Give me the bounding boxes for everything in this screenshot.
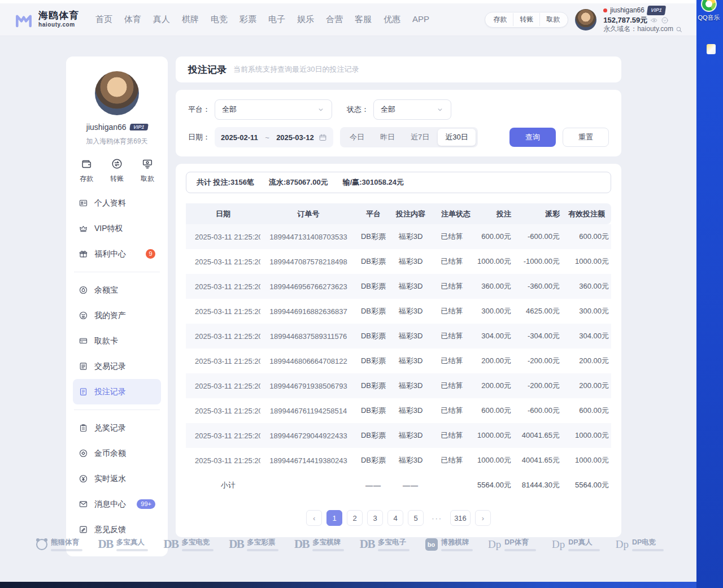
sidebar-menu-item[interactable] [74, 272, 160, 272]
cell-date: 2025-03-11 21:25:20 [186, 349, 260, 373]
sidebar-menu-item[interactable]: 消息中心 99+ [73, 491, 161, 517]
page-button[interactable]: 4 [387, 510, 403, 526]
table-row: 2025-03-11 21:25:20 1899446791938506793 … [186, 373, 611, 398]
cell-order-number: 1899446791938506793 [260, 373, 356, 398]
page-button[interactable]: 1 [326, 510, 342, 526]
bottom-edge-bar [0, 582, 696, 588]
site-logo[interactable]: 海鸥体育 haiouty.com [14, 10, 79, 29]
date-range-tab[interactable]: 昨日 [373, 129, 402, 146]
wallet-action-button[interactable]: 取款 [539, 13, 566, 26]
date-range-picker[interactable]: 2025-02-11 ~ 2025-03-12 [215, 127, 333, 147]
desktop-background-strip [696, 0, 723, 588]
page-button[interactable]: 316 [450, 510, 471, 526]
search-icon[interactable] [675, 25, 683, 33]
notification-dot [603, 8, 607, 12]
cell-order-number: 1899446761194258514 [260, 398, 356, 423]
partner-logo-glyph: Dp [552, 538, 565, 551]
nav-item[interactable]: 体育 [123, 11, 143, 28]
cell-order-number: 1899446714419380243 [260, 448, 356, 473]
sidebar-menu-item[interactable]: 福利中心 9 [73, 241, 161, 267]
cell-platform: DB彩票 [356, 448, 390, 473]
vip-badge: VIP1 [647, 6, 666, 15]
status-select[interactable]: 全部 [373, 99, 451, 120]
rebate-icon [79, 474, 88, 484]
cell-date: 2025-03-11 21:25:20 [186, 398, 260, 423]
quick-action[interactable]: 转账 [110, 158, 124, 184]
reset-button[interactable]: 重置 [563, 128, 609, 147]
desktop-icon-partial[interactable] [707, 44, 716, 54]
cell-status: 已结算 [431, 299, 473, 324]
page-button[interactable]: 2 [347, 510, 363, 526]
nav-item[interactable]: 客服 [353, 11, 373, 28]
partner-logo: bo 博雅棋牌 [425, 538, 473, 551]
sidebar-menu-item[interactable]: 个人资料 [73, 190, 161, 216]
platform-label: 平台： [188, 104, 210, 115]
sidebar-menu-item[interactable]: 取款卡 [73, 328, 161, 354]
page-button[interactable]: 3 [367, 510, 383, 526]
sidebar-menu-item[interactable]: 交易记录 [73, 354, 161, 379]
partner-logo-name: 多宝电竞 [182, 538, 214, 547]
wallet-action-button[interactable]: 存款 [487, 13, 513, 26]
cell-platform: DB彩票 [356, 398, 390, 423]
page-button[interactable]: › [475, 510, 491, 526]
partner-logo-subtext [441, 549, 473, 551]
partner-logo: DB 多宝彩票 [229, 537, 278, 551]
sidebar-menu-item[interactable]: 余额宝 [73, 277, 161, 303]
eye-icon[interactable] [650, 16, 658, 24]
chevron-down-circle-icon[interactable] [661, 16, 669, 24]
partner-logo-glyph: DB [294, 537, 309, 551]
cell-order-number: 1899446916882636837 [260, 299, 356, 324]
page-button[interactable]: ··· [428, 510, 446, 526]
pagination: ‹12345···316› [186, 510, 611, 526]
cell-date: 2025-03-11 21:25:20 [186, 448, 260, 473]
partner-logo-glyph: DB [98, 537, 113, 551]
sidebar-menu-item[interactable]: VIP特权 [73, 216, 161, 241]
nav-item[interactable]: 首页 [94, 11, 114, 28]
user-avatar[interactable] [575, 9, 596, 31]
sidebar-menu-item[interactable] [74, 410, 160, 410]
sidebar-menu-label: 余额宝 [94, 285, 118, 295]
quick-action[interactable]: 存款 [80, 158, 93, 184]
sidebar-menu-item[interactable]: 我的资产 [73, 303, 161, 328]
partner-logo-subtext [51, 549, 82, 551]
partner-logo-subtext [312, 549, 344, 551]
platform-select[interactable]: 全部 [215, 99, 332, 120]
sidebar-menu: 个人资料 VIP特权 福利中心 9 [73, 190, 161, 542]
partner-logo-glyph: bo [425, 538, 438, 551]
date-range-tab[interactable]: 近30日 [438, 129, 475, 146]
qq-music-desktop-shortcut[interactable]: QQ音乐 [698, 0, 720, 22]
nav-item[interactable]: 彩票 [238, 11, 258, 28]
date-range-tab[interactable]: 今日 [342, 129, 372, 146]
date-range-tab[interactable]: 近7日 [403, 129, 437, 146]
sidebar-menu-item[interactable]: 投注记录 [73, 379, 161, 404]
table-body: 2025-03-11 21:25:20 1899447131408703533 … [186, 224, 611, 473]
crown-icon [79, 224, 88, 233]
column-header: 注单状态 [431, 203, 473, 224]
nav-item[interactable]: 优惠 [382, 11, 402, 28]
partner-logo-glyph: Dp [488, 538, 501, 551]
nav-item[interactable]: 棋牌 [180, 11, 201, 28]
search-button[interactable]: 查询 [509, 128, 556, 147]
page-button[interactable]: 5 [408, 510, 424, 526]
nav-item[interactable]: 真人 [151, 11, 172, 28]
cell-status: 已结算 [431, 398, 473, 423]
quick-action[interactable]: 取款 [141, 158, 154, 184]
date-quick-ranges: 今日昨日近7日近30日 [340, 127, 478, 147]
nav-item[interactable]: 电子 [267, 11, 287, 28]
sidebar-menu-item[interactable]: 金币余额 [73, 441, 161, 466]
nav-item[interactable]: APP [411, 11, 431, 28]
wallet-action-button[interactable]: 转账 [513, 13, 539, 26]
sidebar-menu-item[interactable]: 实时返水 [73, 466, 161, 491]
gift-icon [79, 249, 88, 259]
partner-logo-subtext [182, 549, 214, 551]
nav-item[interactable]: 电竞 [209, 11, 229, 28]
profile-avatar[interactable] [95, 71, 139, 115]
subtotal-payout: 81444.30元 [513, 473, 562, 498]
page-button[interactable]: ‹ [306, 510, 322, 526]
join-days-text: 加入海鸥体育第69天 [73, 137, 161, 146]
nav-item[interactable]: 娱乐 [295, 11, 316, 28]
nav-item[interactable]: 合营 [324, 11, 345, 28]
date-label: 日期： [188, 132, 210, 142]
subtotal-content: —— [390, 473, 431, 498]
sidebar-menu-item[interactable]: 兑奖记录 [73, 415, 161, 441]
